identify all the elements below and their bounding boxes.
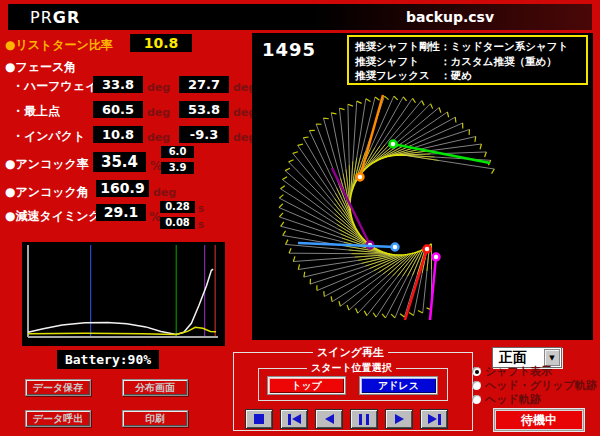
recommendation-line: 推奨シャフト ：カスタム推奨（重め）: [355, 54, 580, 69]
radio-unselected-icon[interactable]: [472, 395, 481, 404]
decel-timing-sub2: 0.08: [160, 217, 195, 229]
decel-sub2-unit: s: [198, 219, 204, 230]
swing-display-panel: 1495 推奨シャフト剛性：ミッドターン系シャフト推奨シャフト ：カスタム推奨（…: [252, 33, 593, 340]
face-angle-row-label: ・インパクト: [12, 128, 85, 145]
face-angle-unit: deg: [147, 131, 170, 144]
step-back-icon: [325, 414, 334, 424]
swing-playback-title: スイング再生: [313, 345, 388, 360]
green-shaft-marker: [390, 141, 397, 148]
blue-shaft-marker: [392, 244, 399, 251]
swing-playback-group: スイング再生 スタート位置選択 トップ アドレス: [233, 352, 473, 431]
face-angle-value-2: -9.3: [179, 126, 229, 143]
decel-sub1-unit: s: [198, 203, 204, 214]
skip-end-button[interactable]: [420, 409, 448, 429]
radio-option-label: シャフト表示: [485, 364, 552, 379]
uncock-rate-value: 35.4: [93, 152, 146, 172]
uncock-angle-value: 160.9: [96, 180, 149, 197]
recommendation-line: 推奨シャフト剛性：ミッドターン系シャフト: [355, 39, 580, 54]
pause-icon: [359, 414, 369, 425]
step-back-button[interactable]: [315, 409, 343, 429]
start-position-title: スタート位置選択: [307, 361, 396, 375]
uncock-angle-label: ●アンコック角: [5, 184, 89, 201]
face-angle-value-1: 33.8: [93, 76, 143, 93]
wrist-turn-ratio-value: 10.8: [130, 34, 192, 52]
decel-timing-label: ●減速タイミング: [5, 208, 101, 225]
start-position-group: スタート位置選択 トップ アドレス: [258, 368, 448, 401]
stop-icon: [254, 414, 264, 424]
skip-start-icon: [288, 414, 291, 425]
battery-status: Battery:90%: [57, 350, 159, 369]
face-angle-unit: deg: [147, 106, 170, 119]
face-angle-value-2: 53.8: [179, 101, 229, 118]
pause-button[interactable]: [350, 409, 378, 429]
uncock-rate-sub2: 3.9: [161, 162, 194, 174]
skip-start-icon: [292, 414, 301, 424]
wrist-turn-ratio-label: ●リストターン比率: [5, 37, 113, 54]
button-印刷[interactable]: 印刷: [122, 410, 188, 427]
top-position-button[interactable]: トップ: [268, 377, 345, 394]
face-angle-unit: deg: [147, 81, 170, 94]
button-分布画面[interactable]: 分布画面: [122, 379, 188, 396]
radio-option-2[interactable]: ヘッド・グリップ軌跡: [472, 379, 597, 392]
loaded-file-name: backup.csv: [308, 4, 592, 30]
radio-unselected-icon[interactable]: [472, 381, 481, 390]
decel-timing-value: 29.1: [96, 204, 146, 221]
face-angle-value-1: 60.5: [93, 101, 143, 118]
uncock-rate-label: ●アンコック率: [5, 156, 89, 173]
skip-end-icon: [428, 414, 437, 424]
radio-selected-icon[interactable]: [472, 367, 481, 376]
face-angle-value-1: 10.8: [93, 126, 143, 143]
uncock-angle-unit: deg: [153, 186, 176, 199]
title-bar: PRGR backup.csv: [8, 4, 592, 30]
prgr-logo: PRGR: [30, 8, 80, 27]
radio-option-label: ヘッド・グリップ軌跡: [485, 378, 597, 393]
stop-button[interactable]: [245, 409, 273, 429]
speed-graph-plot: [22, 242, 225, 346]
speed-graph: [22, 242, 225, 346]
red-shaft-marker: [424, 246, 431, 253]
uncock-rate-sub1: 6.0: [161, 146, 194, 158]
decel-timing-sub1: 0.28: [160, 201, 195, 213]
face-angle-row-label: ・最上点: [12, 103, 60, 120]
playback-controls: [245, 409, 448, 429]
swing-counter: 1495: [262, 39, 316, 60]
radio-option-label: ヘッド軌跡: [485, 392, 541, 407]
face-angle-label: ●フェース角: [5, 59, 76, 76]
face-angle-value-2: 27.7: [179, 76, 229, 93]
skip-start-button[interactable]: [280, 409, 308, 429]
standby-status-button[interactable]: 待機中: [494, 409, 584, 431]
magenta-shaft-marker: [433, 254, 440, 261]
radio-option-1[interactable]: シャフト表示: [472, 365, 552, 378]
orange-shaft-marker: [357, 174, 364, 181]
main-window: PRGR backup.csv ●リストターン比率 10.8 ●フェース角 ・ハ…: [0, 0, 600, 436]
skip-end-icon: [438, 414, 441, 425]
address-position-button[interactable]: アドレス: [360, 377, 437, 394]
play-button[interactable]: [385, 409, 413, 429]
shaft-recommendation-box: 推奨シャフト剛性：ミッドターン系シャフト推奨シャフト ：カスタム推奨（重め）推奨…: [347, 35, 588, 85]
play-icon: [395, 414, 404, 424]
recommendation-line: 推奨フレックス ：硬め: [355, 68, 580, 83]
button-データ呼出[interactable]: データ呼出: [25, 410, 91, 427]
button-データ保存[interactable]: データ保存: [25, 379, 91, 396]
face-angle-row-label: ・ハーフウェイ: [12, 78, 97, 95]
radio-option-3[interactable]: ヘッド軌跡: [472, 393, 541, 406]
